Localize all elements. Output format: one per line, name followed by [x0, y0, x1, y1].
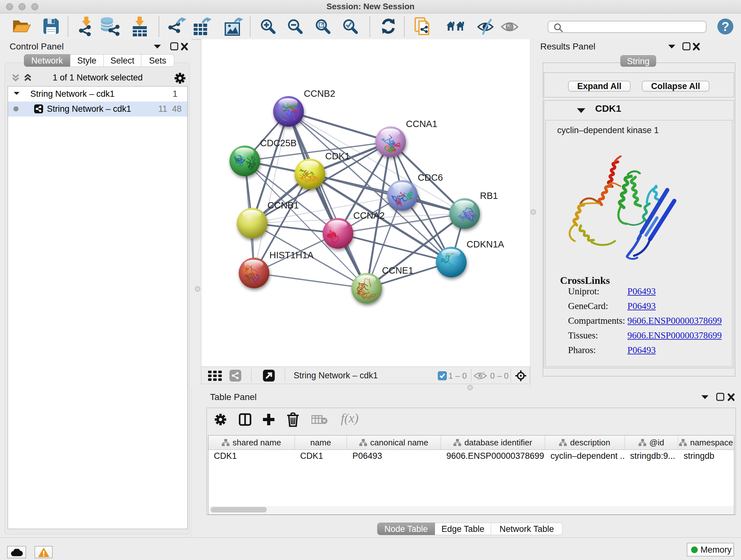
svg-text:CDK1: CDK1 — [325, 151, 350, 161]
svg-text:CCNE1: CCNE1 — [382, 265, 413, 275]
svg-text:CDC6: CDC6 — [418, 172, 443, 183]
svg-text:RB1: RB1 — [480, 191, 498, 201]
svg-text:CCNA1: CCNA1 — [406, 119, 437, 129]
svg-text:CCNA2: CCNA2 — [353, 210, 385, 221]
svg-text:CDC25B: CDC25B — [260, 138, 296, 148]
svg-text:CCNB2: CCNB2 — [304, 88, 335, 99]
svg-text:CCNB1: CCNB1 — [267, 200, 299, 210]
svg-text:HIST1H1A: HIST1H1A — [269, 250, 314, 260]
svg-text:CDKN1A: CDKN1A — [467, 239, 504, 249]
svg-text:?: ? — [722, 19, 729, 34]
